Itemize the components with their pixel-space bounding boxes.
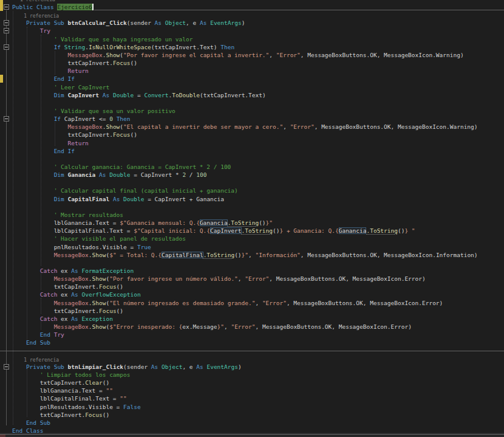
code-line[interactable]: Catch ex As Exception [0,315,504,323]
highlighted-symbol: Ejercicio6 [57,4,92,10]
code-line[interactable]: Catch ex As FormatException [0,267,504,275]
codelens-reference-link[interactable]: 1 referencia [0,355,504,363]
code-line[interactable]: txtCapInvert.Focus() [0,307,504,315]
code-line[interactable]: pnlResultados.Visible = True [0,243,504,251]
code-line[interactable]: MessageBox.Show("El capital a invertir d… [0,123,504,131]
codelens-reference-link[interactable]: 1 referencia [0,11,504,19]
code-line[interactable]: MessageBox.Show($" = Total: Q.{CapitalFi… [0,251,504,259]
code-line[interactable]: Dim Ganancia As Double = CapInvert * 2 /… [0,171,504,179]
code-line[interactable]: lblGanancia.Text = $"Ganancia mensual: Q… [0,219,504,227]
bottom-border-line [0,434,504,435]
code-line[interactable]: Try [0,27,504,35]
code-line[interactable]: End Sub [0,339,504,346]
code-line[interactable]: ' Validar que se haya ingresado un valor [0,35,504,43]
code-line[interactable]: pnlResultados.Visible = False [0,403,504,411]
code-line[interactable]: Dim CapInvert As Double = Convert.ToDoub… [0,91,504,99]
code-line[interactable]: MessageBox.Show("Por favor ingrese un nú… [0,275,504,283]
code-line[interactable]: lblCapitalFinal.Text = $"Capital inicial… [0,227,504,235]
code-line[interactable]: ' Calcular capital final (capital inicia… [0,187,504,194]
code-line[interactable] [0,155,504,163]
code-line[interactable]: Dim CapitalFinal As Double = CapInvert +… [0,195,504,203]
code-line[interactable]: txtCapInvert.Clear() [0,379,504,387]
code-line[interactable]: txtCapInvert.Focus() [0,283,504,291]
code-line[interactable]: Return [0,67,504,75]
code-line[interactable]: End Sub [0,419,504,427]
text-caret [92,4,94,10]
code-line[interactable] [0,203,504,211]
code-line[interactable]: ' Limpiar todos los campos [0,371,504,379]
code-line[interactable]: txtCapInvert.Focus() [0,59,504,67]
code-line[interactable]: Return [0,139,504,147]
code-line[interactable]: ' Hacer visible el panel de resultados [0,235,504,243]
code-line[interactable]: ' Leer CapInvert [0,83,504,91]
code-line[interactable]: MessageBox.Show($"Error inesperado: {ex.… [0,323,504,331]
code-line[interactable]: Catch ex As OverflowException [0,291,504,298]
code-line[interactable]: If CapInvert <= 0 Then [0,115,504,123]
code-line[interactable]: Private Sub btnLimpiar_Click(sender As O… [0,363,504,371]
code-line[interactable]: ' Mostrar resultados [0,211,504,219]
code-line[interactable]: End If [0,75,504,83]
bottom-left-glyph [0,435,5,437]
code-line[interactable] [0,99,504,107]
procedure-separator [0,351,504,351]
code-line[interactable]: MessageBox.Show("Por favor ingrese el ca… [0,51,504,59]
code-line[interactable]: End If [0,147,504,155]
code-line[interactable] [0,179,504,187]
code-line[interactable]: End Try [0,331,504,339]
code-line[interactable]: ' Calcular ganancia: Ganancia = CapInver… [0,163,504,171]
code-line[interactable]: lblGanancia.Text = "" [0,387,504,394]
code-line[interactable]: lblCapitalFinal.Text = "" [0,394,504,402]
code-line[interactable] [0,259,504,267]
code-line[interactable]: txtCapInvert.Focus() [0,131,504,139]
code-line[interactable]: MessageBox.Show("El número ingresado es … [0,299,504,307]
code-line[interactable]: ' Validar que sea un valor positivo [0,107,504,115]
code-line[interactable]: Private Sub btnCalcular_Click(sender As … [0,19,504,27]
procedure-separator [94,10,504,10]
vb-code-editor: 1 referencia Public Class Ejercicio6 1 r… [0,0,504,437]
code-line[interactable]: If String.IsNullOrWhiteSpace(txtCapInver… [0,43,504,51]
code-line[interactable]: txtCapInvert.Focus() [0,411,504,419]
